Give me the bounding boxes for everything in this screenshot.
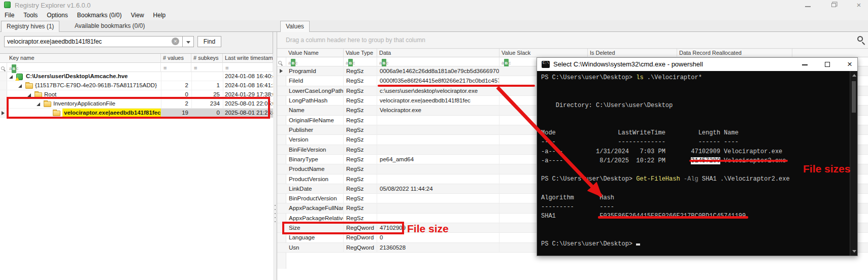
key-name: Root [44,90,56,99]
values-filter-cell[interactable]: aBc [377,57,499,66]
tree-row[interactable]: InventoryApplicationFile22342025-08-01 2… [0,99,273,109]
terminal-line [541,119,846,128]
value-data-cell [377,194,499,203]
terminal-line: PS C:\Users\user\Desktop> ls .\Velocirap… [541,73,846,82]
expand-collapse-icon[interactable] [27,93,31,97]
close-button[interactable]: × [851,0,866,10]
tree-column-header[interactable]: # values [161,54,191,63]
tree-header: Key name# values# subkeysLast write time… [0,54,273,63]
terminal-line: -a---- 1/31/2024 7:03 PM 47102909 Veloci… [541,147,846,156]
values-column-header[interactable]: Value Type [344,49,377,58]
terminal-text: PS C:\Users\user\Desktop> [541,74,636,81]
tree-filter-cell[interactable]: aBc [7,63,161,72]
filter-pin-icon [278,61,282,64]
value-name-cell: Name [286,106,344,115]
menu-options[interactable]: Options [42,10,72,20]
minimize-button[interactable] [800,0,815,10]
menu-file[interactable]: File [0,10,19,20]
value-name-cell: AppxPackageFullName [286,203,344,213]
search-icon[interactable] [857,36,863,42]
values-filter-cell[interactable]: aBc [344,57,377,66]
value-name-cell: LongPathHash [286,96,344,106]
panel-splitter[interactable] [274,202,276,232]
values-column-header[interactable]: Value Name [286,49,344,58]
tab-available-bookmarks[interactable]: Available bookmarks (0/0) [70,21,150,32]
values-column-header[interactable]: Is Deleted [588,49,677,58]
group-by-bar[interactable]: Drag a column header here to group by th… [277,32,868,48]
cmd-title-bar: C:\ Select C:\Windows\system32\cmd.exe -… [537,58,857,71]
tree-column-header[interactable]: Last write timestamp [223,54,273,63]
num-values-cell: 0 [161,90,191,99]
folder-icon [44,101,51,107]
text-filter-icon: aBc [286,60,297,65]
values-column-header[interactable]: Value Slack [499,49,588,58]
tree-filter-cell[interactable]: = [191,63,223,72]
key-name: C:\Users\user\Desktop\Amcache.hve [26,72,128,81]
last-write-cell: 2025-08-01 22:05:06 [223,99,273,109]
terminal-line: Directory: C:\Users\user\Desktop [541,101,846,110]
menu-help[interactable]: Help [149,10,171,20]
values-column-header[interactable]: Data [377,49,499,58]
cmd-close-button[interactable]: × [842,58,857,71]
tree-column-header[interactable]: Key name [7,54,161,63]
cmd-minimize-button[interactable] [797,58,812,71]
current-row-arrow-icon [2,111,5,115]
tree-filter-cell[interactable]: = [161,63,191,72]
expand-collapse-icon[interactable] [18,84,22,88]
tab-registry-hives[interactable]: Registry hives (1) [1,21,59,32]
num-subkeys-cell [191,72,223,81]
tree-filter-cell[interactable]: = [223,63,273,72]
value-name-cell: FileId [286,76,344,86]
app-icon [4,2,11,8]
find-button[interactable]: Find [197,36,221,47]
terminal-line: Algorithm Hash [541,193,846,202]
expand-collapse-icon[interactable] [37,102,40,106]
values-filter-cell[interactable]: aBc [286,57,344,66]
num-values-cell: 19 [161,109,191,118]
clear-search-icon[interactable]: × [172,38,179,45]
num-values-cell [161,72,191,81]
search-input[interactable] [4,36,183,47]
terminal-text: PS C:\Users\user\Desktop> [541,240,636,248]
value-data-cell: 47102909 [377,223,499,233]
menu-tools[interactable]: Tools [19,10,42,20]
values-column-header[interactable]: Data Record Reallocated [677,49,792,58]
value-name-cell: Version [286,135,344,145]
tree-row[interactable]: velociraptor.exe|aeedbdb141f81fec1902025… [0,109,273,118]
terminal-text: SHA1 .\Velociraptor2.exe [698,176,790,183]
scroll-thumb [852,81,856,113]
expand-collapse-icon[interactable] [9,75,13,79]
terminal-output: PS C:\Users\user\Desktop> ls .\Velocirap… [537,71,849,256]
search-dropdown-button[interactable] [183,36,194,47]
terminal-line [541,184,846,193]
scroll-up-icon [852,74,856,77]
restore-button[interactable] [826,0,841,10]
terminal-scrollbar[interactable] [850,71,857,256]
value-type-cell: RegSz [344,145,377,155]
text-filter-icon: aBc [344,60,355,65]
terminal-text [680,176,684,183]
terminal-line: --------- ---- [541,202,846,212]
value-data-cell: pe64_amd64 [377,155,499,164]
value-type-cell: RegSz [344,194,377,203]
folder-icon [53,111,60,116]
value-name-cell: OriginalFileName [286,116,344,125]
terminal-cursor [636,243,640,246]
value-name-cell: Size [286,223,344,233]
num-subkeys-cell: 25 [191,90,223,99]
value-type-cell: RegSz [344,174,377,184]
tree-row[interactable]: Root0252024-01-29 17:38:08 [0,90,273,99]
folder-icon [25,83,33,89]
value-data-cell [377,145,499,155]
menu-bookmarks[interactable]: Bookmarks (0/0) [73,10,126,20]
last-write-cell: 2024-01-29 17:38:08 [223,90,273,99]
tree-row[interactable]: {11517B7C-E79D-4e20-961B-75A811715ADD}21… [0,81,273,90]
cmd-maximize-button[interactable] [820,58,835,71]
menu-view[interactable]: View [126,10,149,20]
tree-column-header[interactable]: # subkeys [191,54,223,63]
value-data-cell [377,116,499,125]
app-title: Registry Explorer v1.6.0.0 [15,2,91,9]
tab-values[interactable]: Values [280,21,310,32]
tree-row[interactable]: C:\Users\user\Desktop\Amcache.hve2024-01… [0,72,273,81]
value-type-cell: RegSz [344,125,377,135]
